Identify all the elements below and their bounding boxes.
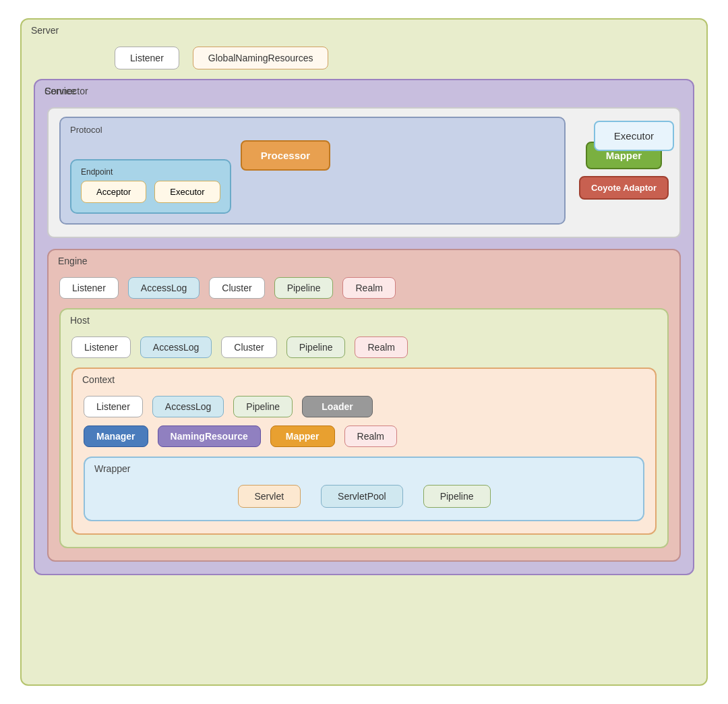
host-listener: Listener [71,336,131,358]
host-component-row: Listener AccessLog Cluster Pipeline Real [71,336,657,358]
host-label: Host [70,315,90,326]
context-listener: Listener [84,396,143,417]
diagram-root: Server Listener GlobalNamingResources Se… [20,18,708,686]
wrapper-box: Wrapper Servlet ServletPool Pipeline [84,457,644,521]
protocol-box: Protocol Endpoint Acceptor Executor [59,117,566,225]
context-loader: Loader [302,396,373,417]
wrapper-label: Wrapper [94,463,130,474]
processor-box: Processor [241,140,330,171]
connector-label: Connector [44,86,88,96]
executor-right-container: Executor [594,121,674,151]
wrapper-pipeline: Pipeline [423,485,491,508]
host-pipeline: Pipeline [286,336,346,358]
context-pipeline: Pipeline [233,396,293,417]
engine-accesslog: AccessLog [128,277,200,299]
acceptor-box: Acceptor [81,181,146,203]
coyote-adaptor-box: Coyote Adaptor [579,176,669,200]
connector-box: Connector Protocol Endpoint Acceptor [47,107,681,238]
engine-label: Engine [58,256,88,266]
wrapper-servlet: Servlet [238,485,301,508]
endpoint-label: Endpoint [81,167,113,177]
engine-box: Engine Listener AccessLog Cluster Pipeli… [47,249,681,562]
context-label: Context [82,374,115,385]
endpoint-box: Endpoint Acceptor Executor [70,159,231,214]
wrapper-row: Servlet ServletPool Pipeline [96,485,632,508]
context-accesslog: AccessLog [152,396,224,417]
server-box: Server Listener GlobalNamingResources Se… [20,18,708,686]
server-label: Server [31,25,59,36]
executor-endpoint-box: Executor [154,181,220,203]
context-manager: Manager [84,426,148,447]
context-box: Context Listener AccessLog Pipeline [71,368,657,535]
host-box: Host Listener AccessLog Cluster [59,308,669,548]
context-row1: Listener AccessLog Pipeline Loader [84,396,644,417]
engine-pipeline: Pipeline [274,277,334,299]
engine-listener: Listener [59,277,119,299]
context-mapper: Mapper [270,426,335,447]
engine-realm: Realm [342,277,395,299]
context-naming-resource: NamingResource [158,426,261,447]
host-realm: Realm [355,336,407,358]
wrapper-servletpool: ServletPool [321,485,403,508]
protocol-label: Protocol [70,125,555,135]
context-row2: Manager NamingResource Mapper Realm [84,426,644,447]
service-box: Service Connector Protocol Endpoint [34,79,694,575]
global-naming: GlobalNamingResources [193,47,329,69]
endpoint-inner: Acceptor Executor [81,181,220,203]
server-top-row: Listener GlobalNamingResources [115,47,694,69]
listener-top: Listener [115,47,179,69]
host-accesslog: AccessLog [140,336,212,358]
executor-right-box: Executor [594,121,674,151]
protocol-inner-row: Endpoint Acceptor Executor [70,140,555,214]
engine-cluster: Cluster [209,277,264,299]
engine-component-row: Listener AccessLog Cluster Pipeline Real… [59,277,669,299]
host-cluster: Cluster [221,336,276,358]
context-realm: Realm [344,426,397,447]
